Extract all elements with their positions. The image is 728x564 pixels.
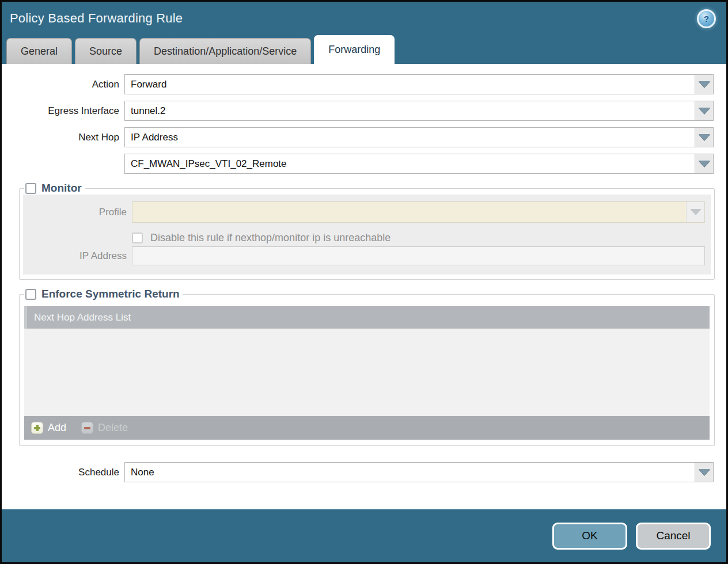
egress-interface-value: tunnel.2 [125, 101, 695, 120]
dialog-footer: OK Cancel [2, 509, 726, 562]
egress-interface-dropdown-button[interactable] [695, 101, 713, 120]
chevron-down-icon [699, 108, 710, 114]
disable-rule-checkbox [132, 233, 143, 243]
enforce-legend: Enforce Symmetric Return [24, 288, 183, 300]
monitor-ip-label: IP Address [23, 250, 132, 262]
delete-button-label: Delete [98, 422, 128, 434]
add-button[interactable]: Add [31, 422, 66, 434]
next-hop-address-dropdown-button[interactable] [695, 154, 713, 173]
monitor-ip-row: IP Address [23, 246, 705, 265]
egress-interface-row: Egress Interface tunnel.2 [2, 101, 714, 121]
next-hop-address-dropdown[interactable]: CF_MWAN_IPsec_VTI_02_Remote [124, 154, 714, 174]
enforce-symmetric-return-checkbox[interactable] [25, 289, 36, 300]
plus-icon [31, 422, 43, 434]
tab-source[interactable]: Source [75, 38, 136, 64]
schedule-dropdown-button[interactable] [695, 463, 713, 482]
schedule-value: None [125, 463, 695, 482]
monitor-body: Profile Disable this rule if nexthop/mon… [23, 195, 711, 275]
egress-interface-dropdown[interactable]: tunnel.2 [124, 101, 714, 121]
tab-content-forwarding: Action Forward Egress Interface tunnel.2… [2, 64, 726, 509]
dialog-title: Policy Based Forwarding Rule [10, 11, 183, 26]
disable-rule-row: Disable this rule if nexthop/monitor ip … [132, 230, 705, 246]
help-icon[interactable]: ? [697, 9, 716, 28]
monitor-legend: Monitor [24, 182, 85, 195]
action-value: Forward [125, 75, 695, 94]
chevron-down-icon [699, 161, 710, 167]
ok-button[interactable]: OK [552, 523, 627, 550]
chevron-down-icon [699, 134, 710, 140]
next-hop-dropdown[interactable]: IP Address [124, 127, 714, 147]
next-hop-address-list-body[interactable] [24, 329, 710, 416]
egress-interface-label: Egress Interface [2, 105, 124, 117]
action-dropdown-button[interactable] [695, 75, 713, 94]
add-button-label: Add [48, 422, 66, 434]
next-hop-row: Next Hop IP Address [2, 127, 714, 147]
profile-dropdown [132, 201, 705, 223]
next-hop-address-list-toolbar: Add Delete [24, 416, 710, 440]
monitor-title: Monitor [41, 182, 82, 195]
next-hop-address-value: CF_MWAN_IPsec_VTI_02_Remote [125, 154, 695, 173]
disable-rule-label: Disable this rule if nexthop/monitor ip … [150, 232, 390, 244]
tab-bar: General Source Destination/Application/S… [2, 35, 726, 64]
cancel-button[interactable]: Cancel [636, 523, 711, 550]
next-hop-label: Next Hop [2, 132, 124, 143]
action-dropdown[interactable]: Forward [124, 74, 714, 94]
action-label: Action [2, 79, 124, 90]
schedule-row: Schedule None [2, 462, 714, 482]
tab-general[interactable]: General [6, 38, 72, 64]
next-hop-address-list-header: Next Hop Address List [24, 306, 710, 329]
tab-forwarding[interactable]: Forwarding [314, 35, 395, 64]
monitor-checkbox[interactable] [25, 183, 36, 194]
dialog-titlebar: Policy Based Forwarding Rule ? [2, 2, 726, 35]
monitor-section: Monitor Profile Disable this rule if nex… [19, 182, 715, 280]
chevron-down-icon [699, 469, 710, 475]
chevron-down-icon [699, 81, 710, 87]
delete-button: Delete [81, 422, 128, 434]
minus-icon [81, 422, 93, 434]
enforce-symmetric-return-title: Enforce Symmetric Return [41, 288, 180, 300]
chevron-down-icon [690, 209, 702, 215]
profile-row: Profile [23, 201, 705, 223]
next-hop-dropdown-button[interactable] [695, 128, 713, 147]
tab-destination-application-service[interactable]: Destination/Application/Service [139, 38, 311, 64]
next-hop-value: IP Address [125, 128, 695, 147]
profile-label: Profile [23, 207, 132, 218]
enforce-symmetric-return-section: Enforce Symmetric Return Next Hop Addres… [19, 288, 715, 446]
profile-dropdown-button [686, 202, 704, 222]
monitor-ip-input [132, 246, 705, 265]
schedule-label: Schedule [2, 467, 124, 478]
policy-based-forwarding-dialog: Policy Based Forwarding Rule ? General S… [0, 0, 728, 564]
action-row: Action Forward [2, 74, 714, 94]
schedule-dropdown[interactable]: None [124, 462, 714, 482]
profile-value [132, 202, 686, 222]
next-hop-address-row: CF_MWAN_IPsec_VTI_02_Remote [2, 154, 714, 174]
next-hop-address-list-table: Next Hop Address List Add Delete [24, 306, 710, 440]
